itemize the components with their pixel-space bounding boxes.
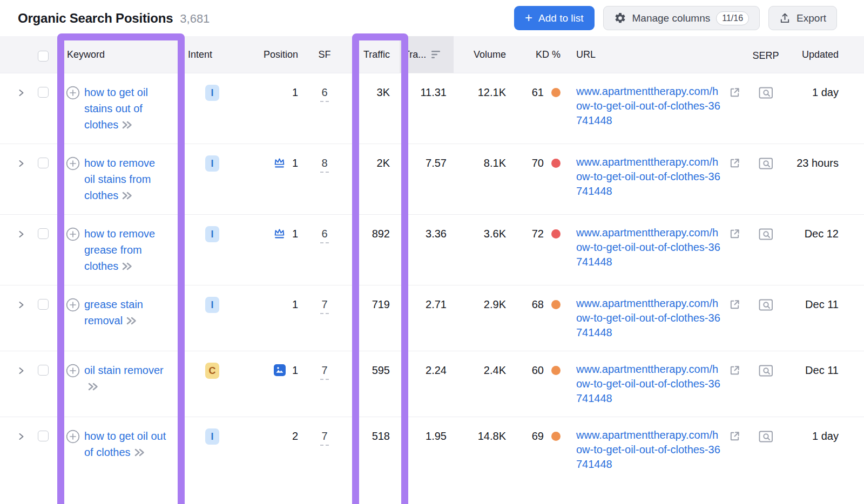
position-cell: 2 [246, 428, 309, 444]
row-expand-chevron-icon[interactable] [17, 366, 30, 376]
select-all-checkbox[interactable] [38, 51, 49, 62]
row-checkbox[interactable] [38, 228, 49, 239]
external-link-icon[interactable] [728, 298, 741, 311]
row-checkbox[interactable] [38, 365, 49, 376]
add-to-list-circle-icon[interactable] [66, 86, 80, 100]
url-link[interactable]: www.apartmenttherapy.com/how-to-get-oil-… [576, 226, 723, 269]
url-cell: www.apartmenttherapy.com/how-to-get-oil-… [567, 226, 748, 269]
add-to-list-button[interactable]: + Add to list [514, 6, 594, 30]
external-link-icon[interactable] [728, 228, 741, 240]
position-cell: 1 [246, 84, 309, 100]
keyword-detail-icon[interactable] [122, 190, 133, 201]
keyword-detail-icon[interactable] [126, 316, 137, 326]
kd-cell: 70 [513, 155, 567, 171]
url-link[interactable]: www.apartmenttherapy.com/how-to-get-oil-… [576, 296, 723, 340]
column-header-kd[interactable]: KD % [513, 46, 567, 63]
column-header-intent[interactable]: Intent [186, 49, 246, 60]
external-link-icon[interactable] [728, 430, 741, 442]
row-expand-chevron-icon[interactable] [17, 229, 30, 239]
export-button[interactable]: Export [768, 6, 837, 30]
keyword-detail-icon[interactable] [87, 382, 99, 392]
row-expand-chevron-icon[interactable] [17, 88, 30, 98]
column-header-traffic[interactable]: Traffic [340, 49, 400, 60]
column-header-traffic-pct[interactable]: Tra... [400, 36, 454, 73]
volume-cell: 14.8K [454, 428, 513, 444]
column-header-updated[interactable]: Updated [783, 49, 864, 60]
volume-cell: 8.1K [454, 155, 513, 171]
serp-preview-icon[interactable] [759, 157, 773, 170]
keyword-link[interactable]: oil stain remover [84, 362, 166, 394]
row-expand-chevron-icon[interactable] [17, 432, 30, 441]
sf-cell: 6 [309, 226, 340, 243]
sf-value[interactable]: 6 [320, 228, 328, 243]
table-row: how to get oil out of clothes I 2 7 518 … [0, 417, 864, 482]
row-checkbox[interactable] [38, 431, 49, 441]
keyword-link[interactable]: how to remove oil stains from clothes [84, 155, 166, 203]
serp-preview-icon[interactable] [759, 86, 773, 99]
intent-badge: I [205, 85, 219, 101]
expander-cell [0, 428, 30, 441]
column-header-serp: SERP [748, 48, 783, 62]
page-title: Organic Search Positions [18, 11, 173, 26]
expander-cell [0, 296, 30, 310]
header-expander-spacer [0, 53, 30, 57]
sf-cell: 6 [309, 84, 340, 102]
volume-cell: 2.4K [454, 362, 513, 378]
add-to-list-circle-icon[interactable] [66, 298, 80, 312]
url-link[interactable]: www.apartmenttherapy.com/how-to-get-oil-… [576, 84, 723, 128]
column-header-sf[interactable]: SF [309, 49, 340, 60]
column-header-position[interactable]: Position [246, 49, 309, 60]
external-link-icon[interactable] [728, 157, 741, 169]
add-to-list-circle-icon[interactable] [66, 430, 80, 444]
serp-preview-icon[interactable] [759, 228, 773, 241]
keyword-detail-icon[interactable] [122, 120, 133, 130]
add-to-list-circle-icon[interactable] [66, 156, 80, 171]
kd-dot [551, 229, 561, 239]
updated-cell: Dec 11 [783, 296, 864, 312]
toolbar: Organic Search Positions 3,681 + Add to … [0, 0, 864, 36]
sf-value[interactable]: 6 [320, 86, 328, 102]
external-link-icon[interactable] [728, 364, 741, 377]
volume-cell: 2.9K [454, 296, 513, 312]
url-link[interactable]: www.apartmenttherapy.com/how-to-get-oil-… [576, 155, 723, 199]
manage-columns-button[interactable]: Manage columns 11/16 [603, 6, 760, 30]
url-link[interactable]: www.apartmenttherapy.com/how-to-get-oil-… [576, 428, 723, 472]
kd-dot [551, 88, 561, 97]
keyword-detail-icon[interactable] [134, 447, 145, 458]
row-expand-chevron-icon[interactable] [17, 300, 30, 310]
url-link[interactable]: www.apartmenttherapy.com/how-to-get-oil-… [576, 362, 723, 406]
column-header-keyword[interactable]: Keyword [56, 49, 186, 60]
sf-value[interactable]: 7 [320, 430, 328, 446]
column-header-url[interactable]: URL [567, 49, 748, 60]
checkbox-cell [30, 296, 56, 310]
serp-preview-icon[interactable] [759, 430, 773, 443]
updated-value: Dec 11 [793, 362, 839, 378]
keyword-link[interactable]: how to remove grease from clothes [84, 226, 166, 274]
intent-badge: I [205, 226, 219, 242]
updated-value: Dec 12 [793, 226, 839, 242]
position-value: 1 [292, 296, 298, 312]
sf-value[interactable]: 8 [320, 157, 328, 173]
external-link-icon[interactable] [728, 86, 741, 99]
updated-value: 23 hours [793, 155, 839, 171]
row-expand-chevron-icon[interactable] [17, 159, 30, 168]
sf-value[interactable]: 7 [320, 364, 328, 380]
row-checkbox[interactable] [38, 299, 49, 310]
add-to-list-circle-icon[interactable] [66, 227, 80, 241]
serp-preview-icon[interactable] [759, 364, 773, 377]
updated-value: Dec 11 [793, 296, 839, 312]
kd-cell: 69 [513, 428, 567, 444]
position-value: 2 [292, 428, 298, 444]
keyword-detail-icon[interactable] [122, 261, 133, 271]
url-cell: www.apartmenttherapy.com/how-to-get-oil-… [567, 155, 748, 199]
serp-preview-icon[interactable] [759, 298, 773, 311]
sf-value[interactable]: 7 [320, 298, 328, 314]
keyword-link[interactable]: grease stain removal [84, 296, 166, 329]
organic-search-positions-page: Organic Search Positions 3,681 + Add to … [0, 0, 864, 504]
row-checkbox[interactable] [38, 158, 49, 168]
add-to-list-circle-icon[interactable] [66, 364, 80, 378]
keyword-link[interactable]: how to get oil out of clothes [84, 428, 166, 460]
column-header-volume[interactable]: Volume [454, 49, 513, 60]
row-checkbox[interactable] [38, 87, 49, 98]
keyword-link[interactable]: how to get oil stains out of clothes [84, 84, 166, 133]
